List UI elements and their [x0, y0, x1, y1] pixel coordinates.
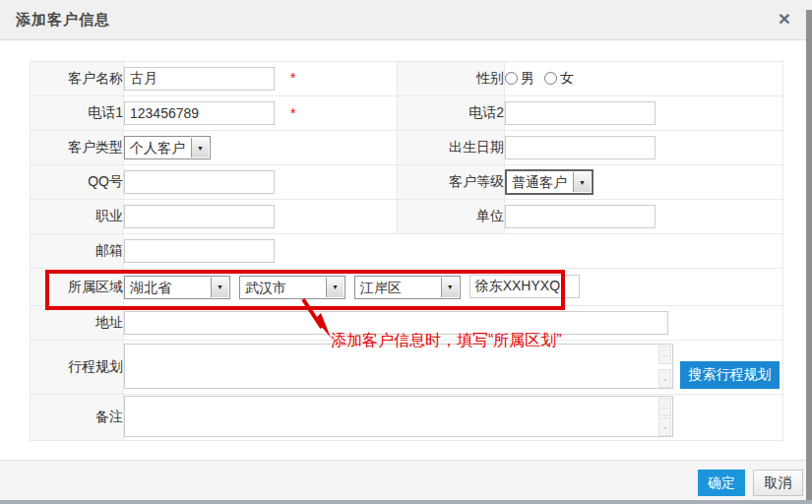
chevron-down-icon: ▼ — [573, 172, 591, 192]
birthday-label: 出生日期 — [398, 131, 505, 165]
chevron-down-icon: ▼ — [441, 278, 459, 297]
dialog-header: 添加客户信息 × — [0, 0, 812, 40]
customer-level-label: 客户等级 — [398, 165, 505, 200]
gender-female-radio[interactable] — [544, 72, 557, 85]
row-occupation-unit: 职业 单位 — [31, 200, 783, 234]
textarea-scroll-up-button[interactable]: – — [658, 346, 671, 364]
required-asterisk: * — [290, 105, 295, 121]
textarea-scroll-down-button[interactable]: ⌄ — [658, 369, 671, 388]
gender-female-label: 女 — [560, 70, 574, 88]
customer-form-table: 客户名称 * 性别 男 女 电话1 * 电话2 客户类型 — [30, 61, 783, 441]
confirm-button[interactable]: 确定 — [698, 470, 745, 496]
dialog-footer: 确定 取消 — [0, 460, 812, 500]
row-address: 地址 — [31, 306, 783, 341]
region-city-value: 武汉市 — [240, 277, 325, 298]
customer-type-value: 个人客户 — [125, 137, 190, 158]
dialog-title: 添加客户信息 — [16, 11, 110, 30]
required-asterisk: * — [290, 70, 295, 86]
row-region: 所属区域 湖北省 ▼ 武汉市 ▼ 江岸区 ▼ — [31, 269, 783, 306]
region-district-select[interactable]: 江岸区 ▼ — [354, 276, 461, 299]
dialog-bottom-edge — [0, 500, 812, 504]
textarea-scroll-up-button[interactable]: – — [658, 398, 671, 416]
work-unit-label: 单位 — [398, 200, 505, 234]
birthday-input[interactable] — [505, 136, 656, 159]
customer-level-select[interactable]: 普通客户 ▼ — [505, 169, 593, 195]
phone2-label: 电话2 — [398, 96, 505, 131]
cancel-button[interactable]: 取消 — [753, 470, 803, 496]
close-icon[interactable]: × — [779, 7, 790, 31]
row-type-birthday: 客户类型 个人客户 ▼ 出生日期 — [31, 131, 783, 165]
row-itinerary: 行程规划 – ⌄ 搜索行程规划 — [31, 341, 783, 395]
region-city-select[interactable]: 武汉市 ▼ — [239, 276, 345, 299]
customer-name-input[interactable] — [124, 67, 275, 91]
gender-male-label: 男 — [521, 70, 534, 88]
address-input[interactable] — [124, 311, 668, 335]
region-detail-input[interactable] — [469, 275, 580, 298]
occupation-input[interactable] — [124, 205, 275, 228]
email-input[interactable] — [124, 239, 275, 263]
gender-female-option[interactable]: 女 — [544, 70, 574, 88]
region-province-select[interactable]: 湖北省 ▼ — [124, 276, 230, 299]
work-unit-input[interactable] — [505, 205, 656, 228]
region-label: 所属区域 — [31, 269, 124, 306]
itinerary-label: 行程规划 — [31, 341, 124, 395]
remark-label: 备注 — [31, 395, 124, 441]
qq-label: QQ号 — [31, 165, 124, 200]
itinerary-textarea[interactable] — [124, 344, 673, 389]
customer-level-value: 普通客户 — [507, 171, 572, 193]
customer-type-select[interactable]: 个人客户 ▼ — [124, 136, 211, 159]
remark-textarea[interactable] — [124, 396, 673, 437]
phone2-input[interactable] — [505, 101, 656, 125]
row-phones: 电话1 * 电话2 — [31, 96, 783, 131]
qq-input[interactable] — [124, 170, 275, 194]
row-qq-level: QQ号 客户等级 普通客户 ▼ — [31, 165, 783, 200]
chevron-down-icon: ▼ — [211, 278, 228, 297]
phone1-label: 电话1 — [31, 96, 124, 131]
textarea-scroll-down-button[interactable]: ⌄ — [658, 417, 671, 436]
row-email: 邮箱 — [31, 234, 783, 269]
customer-name-label: 客户名称 — [31, 62, 124, 96]
gender-label: 性别 — [398, 62, 505, 96]
address-label: 地址 — [31, 306, 124, 341]
phone1-input[interactable] — [124, 101, 275, 125]
gender-male-radio[interactable] — [505, 72, 518, 85]
search-itinerary-button[interactable]: 搜索行程规划 — [680, 361, 780, 389]
region-district-value: 江岸区 — [355, 277, 440, 298]
email-label: 邮箱 — [31, 234, 124, 269]
row-remark: 备注 – ⌄ — [31, 395, 783, 441]
page-scrollbar[interactable] — [806, 10, 812, 500]
occupation-label: 职业 — [31, 200, 124, 234]
gender-male-option[interactable]: 男 — [505, 70, 534, 88]
chevron-down-icon: ▼ — [326, 278, 344, 297]
region-province-value: 湖北省 — [125, 277, 210, 298]
row-name-gender: 客户名称 * 性别 男 女 — [31, 62, 783, 96]
customer-type-label: 客户类型 — [31, 131, 124, 165]
chevron-down-icon: ▼ — [191, 138, 209, 158]
